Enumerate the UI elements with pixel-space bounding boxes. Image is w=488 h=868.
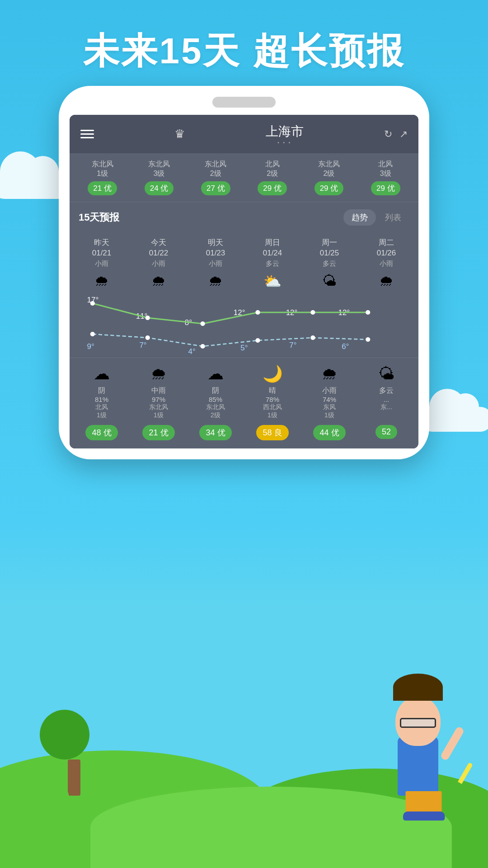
svg-point-7 [145, 335, 150, 340]
city-dots: • • • [266, 140, 304, 145]
weather-icon-3: ⛅ [244, 273, 301, 290]
aqi-cell-4: 东北风2级 29 优 [300, 160, 357, 195]
svg-point-3 [255, 310, 260, 315]
background: 未来15天 超长预报 ♛ 上海市 • • • [0, 0, 488, 868]
weather-icon-4: 🌤 [301, 273, 358, 290]
phone-wrapper: ♛ 上海市 • • • ↻ ↗ 东北风1级 21 优 [59, 86, 429, 459]
tree-trunk [68, 760, 80, 796]
weather-icon-5: 🌧 [358, 273, 415, 290]
refresh-icon[interactable]: ↻ [384, 128, 392, 140]
forecast-header: 15天预报 趋势 列表 [70, 202, 418, 233]
svg-point-0 [90, 301, 95, 306]
bottom-aqi-0: 48 优 [73, 425, 130, 440]
tab-list[interactable]: 列表 [377, 209, 409, 226]
bottom-aqi-3: 58 良 [244, 425, 301, 440]
day-col-5: 周二01/26 小雨 [358, 237, 415, 269]
svg-point-2 [201, 321, 205, 326]
weather-icons-row: 🌧 🌧 🌧 ⛅ 🌤 🌧 [70, 268, 418, 294]
bottom-aqi-2: 34 优 [187, 425, 244, 440]
tree-foliage [40, 710, 89, 760]
weather-icon-0: 🌧 [73, 273, 130, 290]
crown-icon[interactable]: ♛ [174, 127, 185, 141]
day-col-2: 明天01/23 小雨 [187, 237, 244, 269]
svg-point-6 [90, 332, 95, 336]
bottom-aqi-5: 52 [358, 425, 415, 440]
aqi-cell-2: 东北风2级 27 优 [188, 160, 244, 195]
aqi-cell-0: 东北风1级 21 优 [74, 160, 131, 195]
tree [59, 723, 89, 796]
bottom-cell-1: 🌧 中雨 97% 东北风1级 [130, 364, 187, 420]
day-col-1: 今天01/22 小雨 [130, 237, 187, 269]
temp-chart: 17° 11° 8° 12° 12° 12° 9° 7° 4° 5° 7° 6° [70, 294, 418, 358]
menu-button[interactable] [80, 130, 94, 138]
bottom-aqi-row: 48 优 21 优 34 优 58 良 44 优 52 [70, 420, 418, 448]
svg-point-4 [310, 310, 315, 315]
forecast-title: 15天预报 [79, 211, 119, 224]
aqi-cell-3: 北风2级 29 优 [244, 160, 300, 195]
aqi-cell-1: 东北风3级 24 优 [131, 160, 187, 195]
aqi-cell-5: 北风3级 29 优 [357, 160, 414, 195]
cloud-right [420, 407, 488, 432]
weather-icon-2: 🌧 [187, 273, 244, 290]
svg-point-11 [366, 337, 370, 342]
forecast-tabs: 趋势 列表 [343, 209, 409, 226]
bottom-cell-0: ☁ 阴 81% 北风1级 [73, 364, 130, 420]
bottom-cell-5: 🌤 多云 ... 东... [358, 364, 415, 420]
app-header: ♛ 上海市 • • • ↻ ↗ [70, 115, 418, 153]
day-col-4: 周一01/25 多云 [301, 237, 358, 269]
svg-point-10 [310, 335, 315, 340]
days-label-row: 昨天01/21 小雨 今天01/22 小雨 明天01/23 小雨 周日01/24… [70, 233, 418, 269]
aqi-top-row: 东北风1级 21 优 东北风3级 24 优 东北风2级 27 优 北风2级 29… [70, 153, 418, 202]
bottom-cell-3: 🌙 晴 78% 西北风1级 [244, 364, 301, 420]
character [366, 651, 470, 823]
phone-frame: ♛ 上海市 • • • ↻ ↗ 东北风1级 21 优 [59, 86, 429, 459]
temp-chart-svg [70, 294, 418, 358]
headline: 未来15天 超长预报 [0, 27, 488, 76]
bottom-aqi-1: 21 优 [130, 425, 187, 440]
bottom-aqi-4: 44 优 [301, 425, 358, 440]
svg-point-9 [255, 338, 260, 343]
svg-point-8 [201, 344, 205, 349]
svg-point-5 [366, 310, 370, 315]
tab-trend[interactable]: 趋势 [343, 209, 376, 226]
bottom-cell-2: ☁ 阴 85% 东北风2级 [187, 364, 244, 420]
city-name: 上海市 [266, 123, 304, 140]
weather-icon-1: 🌧 [130, 273, 187, 290]
svg-point-1 [145, 316, 150, 320]
phone-screen: ♛ 上海市 • • • ↻ ↗ 东北风1级 21 优 [70, 115, 418, 448]
share-icon[interactable]: ↗ [399, 128, 408, 140]
bottom-weather-row: ☁ 阴 81% 北风1级 🌧 中雨 97% 东北风1级 ☁ 阴 85% [70, 358, 418, 420]
day-col-3: 周日01/24 多云 [244, 237, 301, 269]
day-col-0: 昨天01/21 小雨 [73, 237, 130, 269]
phone-notch [212, 97, 276, 108]
bottom-cell-4: 🌧 小雨 74% 东风1级 [301, 364, 358, 420]
